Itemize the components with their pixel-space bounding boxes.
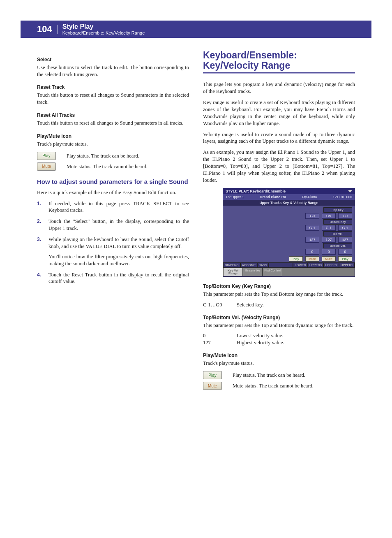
ui-trk: Trk:Upper 1 xyxy=(226,195,244,199)
ui-fty: Fty-Piano xyxy=(302,195,317,199)
bt-2[interactable]: BASS xyxy=(257,262,269,268)
ui-inforow: Trk:Upper 1 Grand Piano RX Fty-Piano 121… xyxy=(223,194,355,200)
right-p3: Velocity range is useful to create a sou… xyxy=(203,131,355,145)
tbkey-heading: Top/Bottom Key (Key Range) xyxy=(203,283,355,289)
right-p2: Key range is useful to create a set of K… xyxy=(203,99,355,127)
mute-icon: Mute xyxy=(37,162,56,171)
pm-1[interactable]: Mute xyxy=(305,256,319,262)
topkey-label: Top Key xyxy=(323,207,352,213)
tbvel-p1: 127 Highest velocity value. xyxy=(203,340,355,346)
tbvel-p1-val: Highest velocity value. xyxy=(237,340,284,346)
play-icon-r: Play xyxy=(203,371,222,379)
tbvel-heading: Top/Bottom Vel. (Velocity Range) xyxy=(203,315,355,320)
play-desc-r: Play status. The track can be heard. xyxy=(233,372,305,378)
section-title: Keyboard/Ensemble: Key/Velocity Range xyxy=(203,50,355,71)
reset-track-heading: Reset Track xyxy=(37,84,189,90)
header-subtitle: Keyboard/Ensemble: Key/Velocity Range xyxy=(62,30,145,35)
howto-intro: Here is a quick example of the use of th… xyxy=(37,189,189,196)
mute-row-r: Mute Mute status. The track cannot be he… xyxy=(203,382,355,390)
tab-2[interactable]: Kbd Control xyxy=(263,268,282,276)
right-p1: This page lets you program a key and dyn… xyxy=(203,81,355,95)
title-rule xyxy=(203,72,355,74)
select-heading: Select xyxy=(37,57,189,63)
tab-0[interactable]: Key-Vel Range xyxy=(223,268,243,276)
reset-track-body: Touch this button to reset all changes t… xyxy=(37,92,189,106)
bt-6[interactable]: UPPER2 xyxy=(323,262,339,268)
step-3: While playing on the keyboard to hear th… xyxy=(37,236,189,267)
bt-7[interactable]: UPPER1 xyxy=(339,262,355,268)
ui-section-title: Upper Tracks Key & Velocity Range xyxy=(223,200,355,206)
pm-3[interactable]: Play xyxy=(338,256,352,262)
step-4: Touch the Reset Track button in the disp… xyxy=(37,271,189,285)
left-column: Select Use these buttons to select the t… xyxy=(37,50,189,393)
reset-all-body: Touch this button to reset all changes t… xyxy=(37,120,189,127)
bt-4[interactable]: LOWER xyxy=(293,262,308,268)
ui-code: 121.010.000 xyxy=(333,195,352,199)
right-column: Keyboard/Ensemble: Key/Velocity Range Th… xyxy=(203,50,355,393)
tbkey-param-key: C-1…G9 xyxy=(203,302,227,308)
bt-0[interactable]: DR/PERC xyxy=(223,262,240,268)
ui-tabs: Key-Vel Range Ensem-ble Kbd Control xyxy=(223,268,355,276)
botvel-1[interactable]: 0 xyxy=(322,249,336,255)
playmute-heading: Play/Mute icon xyxy=(37,133,189,139)
botkey-0[interactable]: C-1 xyxy=(305,225,319,231)
bt-5[interactable]: UPPER3 xyxy=(308,262,323,268)
playmute-heading-r: Play/Mute icon xyxy=(203,352,355,358)
step-3-sub: You'll notice how the filter progressive… xyxy=(48,253,189,267)
botkey-1[interactable]: C-1 xyxy=(322,225,336,231)
pm-0[interactable]: Play xyxy=(289,256,303,262)
tab-1[interactable]: Ensem-ble xyxy=(243,268,263,276)
botvel-0[interactable]: 0 xyxy=(305,249,319,255)
topvel-1[interactable]: 127 xyxy=(322,237,336,243)
topvel-label: Top Vel. xyxy=(323,231,352,237)
header-title: Style Play xyxy=(62,23,145,30)
ui-titlebar-text: STYLE PLAY: Keyboard/Ensemble xyxy=(226,189,286,193)
ui-sound: Grand Piano RX xyxy=(260,195,286,199)
page-number: 104 xyxy=(37,25,58,34)
botvel-label: Bottom Vel. xyxy=(323,243,352,248)
topvel-2[interactable]: 127 xyxy=(338,237,352,243)
bt-3 xyxy=(269,262,293,268)
tbvel-p0-val: Lowest velocity value. xyxy=(237,333,284,339)
mute-desc: Mute status. The track cannot be heard. xyxy=(67,163,148,170)
reset-all-heading: Reset All Tracks xyxy=(37,112,189,118)
step-1: If needed, while in this page press TRAC… xyxy=(37,200,189,214)
step-2: Touch the "Select" button, in the displa… xyxy=(37,218,189,232)
tbvel-p0-key: 0 xyxy=(203,333,227,339)
ui-titlebar: STYLE PLAY: Keyboard/Ensemble xyxy=(223,188,355,194)
mute-icon-r: Mute xyxy=(203,382,222,390)
howto-steps: If needed, while in this page press TRAC… xyxy=(37,200,189,285)
ui-pm-row: Play Mute Mute Play xyxy=(223,255,355,262)
topkey-1[interactable]: G9 xyxy=(322,213,336,219)
botkey-2[interactable]: C-1 xyxy=(338,225,352,231)
botkey-label: Bottom Key xyxy=(323,219,352,225)
menu-arrow-icon[interactable] xyxy=(348,190,352,192)
select-body: Use these buttons to select the track to… xyxy=(37,64,189,78)
tab-spacer xyxy=(282,268,355,276)
tbvel-body: This parameter pair sets the Top and Bot… xyxy=(203,322,355,329)
topkey-2[interactable]: G9 xyxy=(338,213,352,219)
tbvel-p1-key: 127 xyxy=(203,340,227,346)
mute-desc-r: Mute status. The track cannot be heard. xyxy=(233,383,314,389)
tbkey-param-val: Selected key. xyxy=(237,302,264,308)
play-row: Play Play status. The track can be heard… xyxy=(37,152,189,160)
mute-row: Mute Mute status. The track cannot be he… xyxy=(37,162,189,171)
topkey-0[interactable]: G9 xyxy=(305,213,319,219)
step-3-text: While playing on the keyboard to hear th… xyxy=(48,237,189,249)
bt-1[interactable]: ACCOMP xyxy=(240,262,257,268)
pm-2[interactable]: Mute xyxy=(322,256,336,262)
playmute-body-r: Track's play/mute status. xyxy=(203,360,355,367)
howto-heading: How to adjust sound parameters for a sin… xyxy=(37,178,189,186)
tbvel-p0: 0 Lowest velocity value. xyxy=(203,333,355,339)
ui-body: Top Key G9 G9 G9 Bottom Key C-1 C-1 C-1 xyxy=(223,206,355,255)
right-p4: As an example, you may assign the El.Pia… xyxy=(203,149,355,183)
topvel-0[interactable]: 127 xyxy=(305,237,319,243)
botvel-2[interactable]: 0 xyxy=(338,249,352,255)
tbkey-body: This parameter pair sets the Top and Bot… xyxy=(203,291,355,298)
playmute-body: Track's play/mute status. xyxy=(37,141,189,148)
play-row-r: Play Play status. The track can be heard… xyxy=(203,371,355,379)
play-desc: Play status. The track can be heard. xyxy=(67,153,139,159)
header-titles: Style Play Keyboard/Ensemble: Key/Veloci… xyxy=(58,23,145,35)
tbkey-param: C-1…G9 Selected key. xyxy=(203,302,355,308)
page-header: 104 Style Play Keyboard/Ensemble: Key/Ve… xyxy=(21,21,371,38)
